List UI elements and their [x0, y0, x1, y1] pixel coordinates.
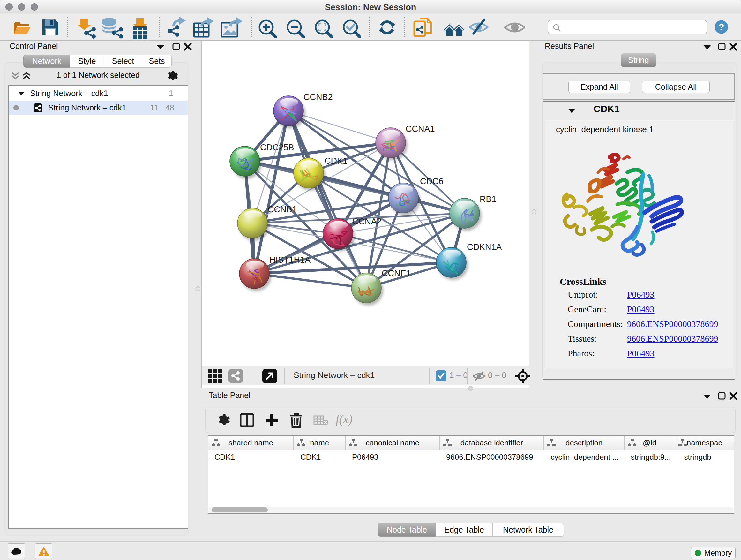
svg-text:CDK1: CDK1 [325, 156, 347, 166]
svg-text:?: ? [718, 22, 724, 32]
svg-text:CCNA2: CCNA2 [352, 217, 382, 226]
svg-text:CCNB2: CCNB2 [304, 92, 333, 102]
svg-text:CDC25B: CDC25B [260, 143, 294, 152]
svg-text:CCNA1: CCNA1 [406, 124, 435, 134]
svg-text:CDC6: CDC6 [420, 177, 444, 186]
svg-text:CCNB1: CCNB1 [268, 205, 297, 214]
svg-text:CDKN1A: CDKN1A [467, 242, 502, 252]
svg-text:CCNE1: CCNE1 [382, 268, 411, 278]
svg-text:HIST1H1A: HIST1H1A [269, 255, 311, 265]
svg-text:RB1: RB1 [480, 194, 496, 204]
